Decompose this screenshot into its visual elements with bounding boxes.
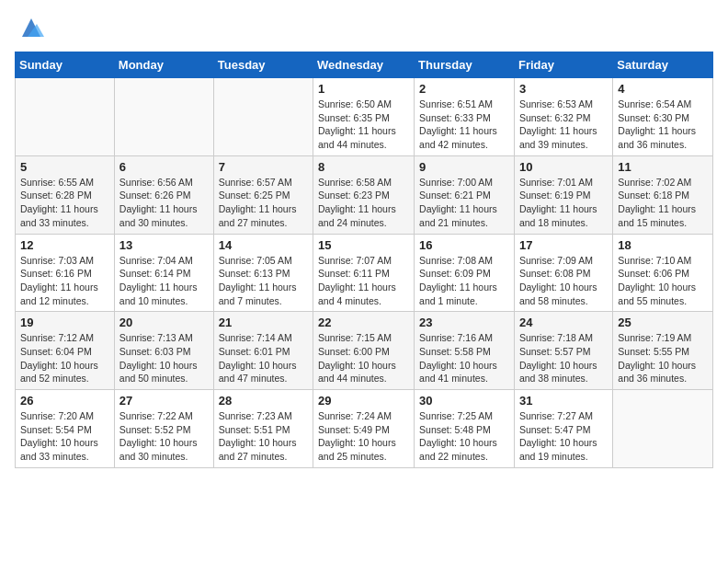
calendar-cell: 7Sunrise: 6:57 AM Sunset: 6:25 PM Daylig… xyxy=(213,155,313,234)
calendar-cell: 25Sunrise: 7:19 AM Sunset: 5:55 PM Dayli… xyxy=(613,312,713,390)
weekday-header: Monday xyxy=(114,52,213,78)
day-info: Sunrise: 7:13 AM Sunset: 6:03 PM Dayligh… xyxy=(119,331,209,385)
day-number: 19 xyxy=(20,316,109,329)
day-number: 1 xyxy=(318,82,409,96)
day-info: Sunrise: 7:05 AM Sunset: 6:13 PM Dayligh… xyxy=(219,254,308,308)
calendar-cell xyxy=(213,78,313,156)
day-info: Sunrise: 7:10 AM Sunset: 6:06 PM Dayligh… xyxy=(618,254,708,308)
day-number: 21 xyxy=(219,316,308,329)
weekday-header: Tuesday xyxy=(213,52,313,78)
day-number: 18 xyxy=(618,238,708,252)
day-number: 6 xyxy=(119,160,209,174)
day-number: 25 xyxy=(618,316,708,329)
calendar-cell: 2Sunrise: 6:51 AM Sunset: 6:33 PM Daylig… xyxy=(415,78,515,156)
day-info: Sunrise: 7:27 AM Sunset: 5:47 PM Dayligh… xyxy=(519,409,608,464)
day-info: Sunrise: 7:00 AM Sunset: 6:21 PM Dayligh… xyxy=(419,176,509,230)
page-header xyxy=(15,15,713,40)
calendar-cell: 18Sunrise: 7:10 AM Sunset: 6:06 PM Dayli… xyxy=(613,234,713,312)
day-info: Sunrise: 7:20 AM Sunset: 5:54 PM Dayligh… xyxy=(20,409,109,464)
calendar-cell: 17Sunrise: 7:09 AM Sunset: 6:08 PM Dayli… xyxy=(514,234,612,312)
day-number: 14 xyxy=(219,238,308,252)
weekday-header: Friday xyxy=(514,52,612,78)
weekday-header: Wednesday xyxy=(313,52,415,78)
day-info: Sunrise: 6:58 AM Sunset: 6:23 PM Dayligh… xyxy=(318,176,409,230)
day-number: 26 xyxy=(20,394,109,408)
calendar-cell: 11Sunrise: 7:02 AM Sunset: 6:18 PM Dayli… xyxy=(613,155,713,234)
calendar-cell: 6Sunrise: 6:56 AM Sunset: 6:26 PM Daylig… xyxy=(114,155,213,234)
calendar-cell: 4Sunrise: 6:54 AM Sunset: 6:30 PM Daylig… xyxy=(613,78,713,156)
calendar-cell: 3Sunrise: 6:53 AM Sunset: 6:32 PM Daylig… xyxy=(514,78,612,156)
day-info: Sunrise: 7:18 AM Sunset: 5:57 PM Dayligh… xyxy=(519,331,608,385)
calendar-table: SundayMondayTuesdayWednesdayThursdayFrid… xyxy=(15,52,713,468)
day-number: 24 xyxy=(519,316,608,329)
day-number: 5 xyxy=(20,160,109,174)
calendar-cell: 21Sunrise: 7:14 AM Sunset: 6:01 PM Dayli… xyxy=(213,312,313,390)
day-info: Sunrise: 7:04 AM Sunset: 6:14 PM Dayligh… xyxy=(119,254,209,308)
calendar-cell: 28Sunrise: 7:23 AM Sunset: 5:51 PM Dayli… xyxy=(213,390,313,468)
calendar-cell: 23Sunrise: 7:16 AM Sunset: 5:58 PM Dayli… xyxy=(415,312,515,390)
day-info: Sunrise: 7:12 AM Sunset: 6:04 PM Dayligh… xyxy=(20,331,109,385)
day-number: 16 xyxy=(419,238,509,252)
calendar-cell: 20Sunrise: 7:13 AM Sunset: 6:03 PM Dayli… xyxy=(114,312,213,390)
day-info: Sunrise: 6:57 AM Sunset: 6:25 PM Dayligh… xyxy=(219,176,308,230)
day-number: 11 xyxy=(618,160,708,174)
day-number: 7 xyxy=(219,160,308,174)
calendar-cell: 31Sunrise: 7:27 AM Sunset: 5:47 PM Dayli… xyxy=(514,390,612,468)
day-info: Sunrise: 7:23 AM Sunset: 5:51 PM Dayligh… xyxy=(219,409,308,464)
day-number: 29 xyxy=(318,394,409,408)
day-info: Sunrise: 6:53 AM Sunset: 6:32 PM Dayligh… xyxy=(519,98,608,152)
day-number: 31 xyxy=(519,394,608,408)
day-number: 27 xyxy=(119,394,209,408)
day-number: 8 xyxy=(318,160,409,174)
day-info: Sunrise: 6:50 AM Sunset: 6:35 PM Dayligh… xyxy=(318,98,409,152)
calendar-cell: 13Sunrise: 7:04 AM Sunset: 6:14 PM Dayli… xyxy=(114,234,213,312)
calendar-cell: 5Sunrise: 6:55 AM Sunset: 6:28 PM Daylig… xyxy=(16,155,115,234)
day-number: 22 xyxy=(318,316,409,329)
day-number: 2 xyxy=(419,82,509,96)
day-info: Sunrise: 7:07 AM Sunset: 6:11 PM Dayligh… xyxy=(318,254,409,308)
logo-icon xyxy=(18,15,44,40)
day-number: 28 xyxy=(219,394,308,408)
day-number: 20 xyxy=(119,316,209,329)
weekday-header: Sunday xyxy=(16,52,115,78)
day-info: Sunrise: 7:24 AM Sunset: 5:49 PM Dayligh… xyxy=(318,409,409,464)
day-info: Sunrise: 6:51 AM Sunset: 6:33 PM Dayligh… xyxy=(419,98,509,152)
calendar-cell: 14Sunrise: 7:05 AM Sunset: 6:13 PM Dayli… xyxy=(213,234,313,312)
calendar-cell: 10Sunrise: 7:01 AM Sunset: 6:19 PM Dayli… xyxy=(514,155,612,234)
day-info: Sunrise: 7:02 AM Sunset: 6:18 PM Dayligh… xyxy=(618,176,708,230)
calendar-cell: 24Sunrise: 7:18 AM Sunset: 5:57 PM Dayli… xyxy=(514,312,612,390)
weekday-header: Saturday xyxy=(613,52,713,78)
day-number: 30 xyxy=(419,394,509,408)
day-info: Sunrise: 7:25 AM Sunset: 5:48 PM Dayligh… xyxy=(419,409,509,464)
weekday-header: Thursday xyxy=(415,52,515,78)
calendar-cell: 16Sunrise: 7:08 AM Sunset: 6:09 PM Dayli… xyxy=(415,234,515,312)
day-number: 23 xyxy=(419,316,509,329)
calendar-cell: 8Sunrise: 6:58 AM Sunset: 6:23 PM Daylig… xyxy=(313,155,415,234)
day-number: 15 xyxy=(318,238,409,252)
calendar-cell: 19Sunrise: 7:12 AM Sunset: 6:04 PM Dayli… xyxy=(16,312,115,390)
calendar-cell: 29Sunrise: 7:24 AM Sunset: 5:49 PM Dayli… xyxy=(313,390,415,468)
calendar-cell: 12Sunrise: 7:03 AM Sunset: 6:16 PM Dayli… xyxy=(16,234,115,312)
calendar-cell: 9Sunrise: 7:00 AM Sunset: 6:21 PM Daylig… xyxy=(415,155,515,234)
day-info: Sunrise: 7:19 AM Sunset: 5:55 PM Dayligh… xyxy=(618,331,708,385)
day-info: Sunrise: 7:03 AM Sunset: 6:16 PM Dayligh… xyxy=(20,254,109,308)
calendar-cell: 30Sunrise: 7:25 AM Sunset: 5:48 PM Dayli… xyxy=(415,390,515,468)
day-number: 9 xyxy=(419,160,509,174)
day-info: Sunrise: 7:09 AM Sunset: 6:08 PM Dayligh… xyxy=(519,254,608,308)
day-info: Sunrise: 6:55 AM Sunset: 6:28 PM Dayligh… xyxy=(20,176,109,230)
day-info: Sunrise: 7:14 AM Sunset: 6:01 PM Dayligh… xyxy=(219,331,308,385)
day-number: 4 xyxy=(618,82,708,96)
calendar-cell xyxy=(613,390,713,468)
day-info: Sunrise: 7:16 AM Sunset: 5:58 PM Dayligh… xyxy=(419,331,509,385)
day-info: Sunrise: 7:15 AM Sunset: 6:00 PM Dayligh… xyxy=(318,331,409,385)
calendar-cell: 26Sunrise: 7:20 AM Sunset: 5:54 PM Dayli… xyxy=(16,390,115,468)
day-number: 12 xyxy=(20,238,109,252)
logo xyxy=(15,15,44,40)
calendar-cell: 27Sunrise: 7:22 AM Sunset: 5:52 PM Dayli… xyxy=(114,390,213,468)
calendar-cell xyxy=(114,78,213,156)
calendar-cell: 15Sunrise: 7:07 AM Sunset: 6:11 PM Dayli… xyxy=(313,234,415,312)
day-info: Sunrise: 6:54 AM Sunset: 6:30 PM Dayligh… xyxy=(618,98,708,152)
day-info: Sunrise: 7:22 AM Sunset: 5:52 PM Dayligh… xyxy=(119,409,209,464)
day-number: 3 xyxy=(519,82,608,96)
day-info: Sunrise: 7:08 AM Sunset: 6:09 PM Dayligh… xyxy=(419,254,509,308)
